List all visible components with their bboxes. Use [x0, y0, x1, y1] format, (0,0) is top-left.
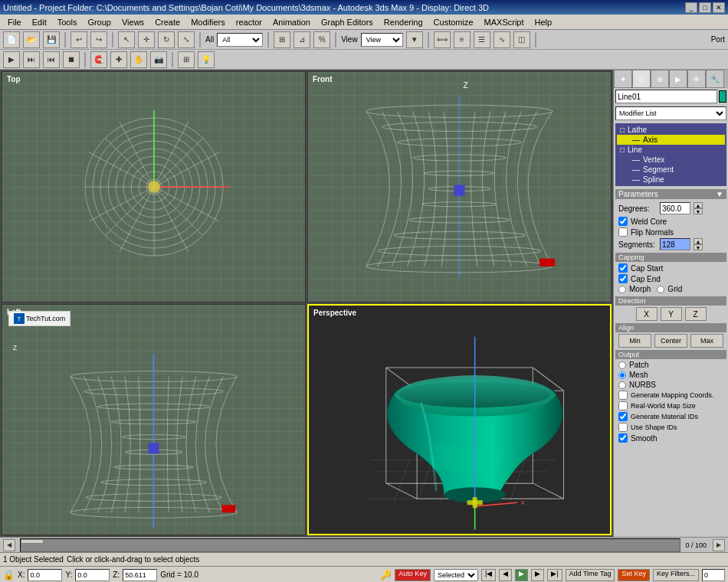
rotate-button[interactable]: ↻: [158, 31, 175, 48]
flip-normals-checkbox[interactable]: [618, 227, 628, 237]
open-button[interactable]: 📂: [23, 31, 40, 48]
view-dropdown[interactable]: View: [361, 33, 403, 47]
timeline-prev-btn[interactable]: ◀: [3, 539, 15, 551]
use-shape-checkbox[interactable]: [618, 423, 628, 432]
realworld-checkbox[interactable]: [618, 401, 628, 410]
nurbs-radio[interactable]: [618, 381, 626, 389]
prev-key-btn[interactable]: |◀: [481, 569, 496, 581]
auto-key-btn[interactable]: Auto Key: [395, 569, 431, 581]
menu-create[interactable]: Create: [150, 17, 185, 28]
layer-btn[interactable]: ☰: [474, 31, 490, 48]
panel-tab-hierarchy[interactable]: ⊕: [651, 70, 669, 88]
close-button[interactable]: ✕: [713, 2, 725, 13]
grid-radio[interactable]: [657, 286, 664, 293]
smooth-checkbox[interactable]: [618, 433, 628, 443]
z-input[interactable]: 50.611: [123, 569, 157, 581]
y-input[interactable]: 0.0: [75, 569, 110, 581]
object-name-input[interactable]: Line01: [615, 90, 717, 103]
menu-rendering[interactable]: Rendering: [379, 17, 428, 28]
segments-up[interactable]: ▲: [694, 238, 703, 244]
menu-group[interactable]: Group: [83, 17, 116, 28]
align-min-btn[interactable]: Min: [618, 334, 651, 348]
timeline-track[interactable]: [20, 538, 680, 552]
cap-end-checkbox[interactable]: [618, 274, 628, 283]
panel-tab-modify[interactable]: ⊙: [632, 70, 651, 88]
morph-radio[interactable]: [618, 286, 626, 293]
panel-tab-utilities[interactable]: 🔧: [706, 70, 724, 88]
lock-icon[interactable]: 🔒: [3, 570, 15, 580]
modifier-lathe[interactable]: □ Lathe: [617, 125, 725, 135]
menu-maxscript[interactable]: MAXScript: [480, 17, 529, 28]
modifier-list-dropdown[interactable]: Modifier List: [615, 106, 726, 120]
cap-start-checkbox[interactable]: [618, 263, 628, 273]
menu-help[interactable]: Help: [530, 17, 557, 28]
minimize-button[interactable]: _: [685, 2, 697, 13]
key-filters-btn[interactable]: Key Filters...: [653, 569, 699, 581]
x-input[interactable]: 0.0: [28, 569, 62, 581]
mesh-radio[interactable]: [618, 371, 626, 379]
prev-frame-btn[interactable]: ◀: [499, 569, 512, 581]
align-max-btn[interactable]: Max: [690, 334, 723, 348]
menu-modifiers[interactable]: Modifiers: [186, 17, 230, 28]
weld-core-checkbox[interactable]: [618, 217, 628, 226]
snap-btn[interactable]: ⊞: [274, 31, 290, 48]
view-btn[interactable]: ▼: [406, 31, 423, 48]
gen-material-checkbox[interactable]: [618, 412, 628, 421]
select-button[interactable]: ↖: [118, 31, 135, 48]
menu-views[interactable]: Views: [117, 17, 149, 28]
direction-y-btn[interactable]: Y: [661, 307, 682, 321]
degrees-down[interactable]: ▼: [694, 208, 703, 214]
next-key-btn[interactable]: ▶|: [547, 569, 562, 581]
viewport-left[interactable]: Left T TechTut.com: [2, 304, 306, 535]
viewport-top[interactable]: Top: [2, 71, 306, 302]
gen-mapping-checkbox[interactable]: [618, 391, 628, 400]
menu-edit[interactable]: Edit: [28, 17, 51, 28]
object-color-swatch[interactable]: [719, 90, 726, 103]
tb2-grid[interactable]: ⊞: [178, 51, 195, 68]
menu-reactor[interactable]: reactor: [231, 17, 267, 28]
direction-x-btn[interactable]: X: [636, 307, 657, 321]
menu-animation[interactable]: Animation: [268, 17, 315, 28]
modifier-segment[interactable]: — Segment: [617, 165, 725, 175]
modifier-vertex[interactable]: — Vertex: [617, 155, 725, 165]
collapse-icon[interactable]: ▼: [716, 190, 723, 198]
add-time-tag-btn[interactable]: Add Time Tag: [566, 569, 615, 581]
tb2-camera[interactable]: 📷: [150, 51, 167, 68]
align-center-btn[interactable]: Center: [654, 334, 687, 348]
modifier-axis[interactable]: — Axis: [617, 135, 725, 145]
scale-button[interactable]: ⤡: [178, 31, 195, 48]
play-btn[interactable]: ▶: [515, 569, 528, 581]
tb2-btn4[interactable]: ⏹: [63, 51, 80, 68]
undo-button[interactable]: ↩: [71, 31, 87, 48]
window-controls[interactable]: _ □ ✕: [685, 2, 725, 13]
angle-snap-btn[interactable]: ⊿: [293, 31, 310, 48]
frame-input[interactable]: [702, 569, 725, 581]
tb2-btn3[interactable]: ⏮: [43, 51, 60, 68]
mirror-btn[interactable]: ⟺: [434, 31, 451, 48]
menu-graph-editors[interactable]: Graph Editors: [316, 17, 378, 28]
panel-tab-motion[interactable]: ▶: [669, 70, 687, 88]
move-button[interactable]: ✛: [138, 31, 155, 48]
schematic-btn[interactable]: ◫: [513, 31, 530, 48]
percent-snap-btn[interactable]: %: [313, 31, 330, 48]
new-button[interactable]: 📄: [3, 31, 20, 48]
patch-radio[interactable]: [618, 361, 626, 369]
maximize-button[interactable]: □: [699, 2, 711, 13]
tb2-btn2[interactable]: ⏭: [23, 51, 40, 68]
segments-input[interactable]: 128: [660, 238, 690, 250]
tb2-light[interactable]: 💡: [198, 51, 215, 68]
menu-file[interactable]: File: [3, 17, 26, 28]
modifier-line[interactable]: □ Line: [617, 145, 725, 155]
timeline-next-btn[interactable]: ▶: [713, 539, 725, 551]
next-frame-btn[interactable]: ▶: [531, 569, 544, 581]
filter-dropdown[interactable]: All: [217, 33, 263, 47]
degrees-up[interactable]: ▲: [694, 202, 703, 208]
timeline-thumb[interactable]: [21, 539, 44, 544]
menu-customize[interactable]: Customize: [429, 17, 478, 28]
tb2-btn1[interactable]: ▶: [3, 51, 20, 68]
key-icon[interactable]: 🔑: [380, 570, 392, 580]
degrees-input[interactable]: 360.0: [660, 202, 690, 214]
curve-editor-btn[interactable]: ∿: [494, 31, 510, 48]
segments-down[interactable]: ▼: [694, 244, 703, 250]
viewport-front[interactable]: Front: [307, 71, 612, 302]
